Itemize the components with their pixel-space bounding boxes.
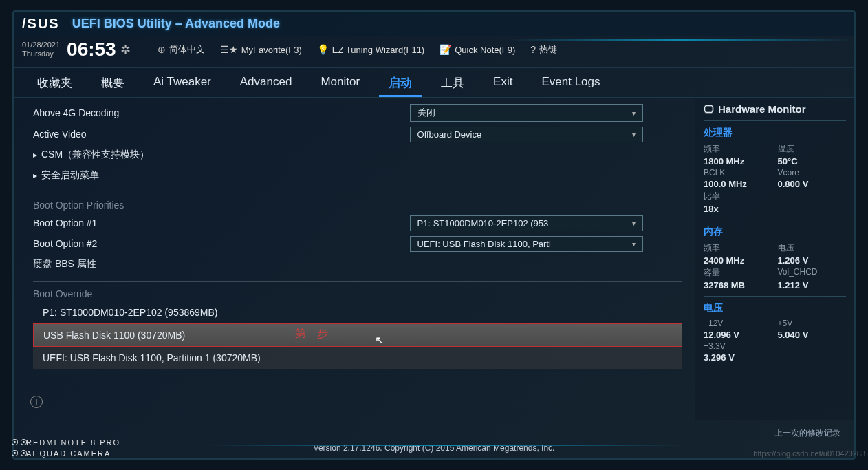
cpu-bclk: 100.0 MHz <box>704 179 772 189</box>
cpu-temp: 50°C <box>778 156 847 167</box>
info-icon[interactable]: i <box>30 396 43 408</box>
language-selector[interactable]: ⊕简体中文 <box>158 43 205 56</box>
mem-cap: 32768 MB <box>704 280 772 290</box>
boot-option-2-select[interactable]: UEFI: USB Flash Disk 1100, Parti▾ <box>410 236 644 252</box>
boot-option-1-select[interactable]: P1: ST1000DM010-2EP102 (953▾ <box>410 215 644 231</box>
submenu-csm[interactable]: CSM（兼容性支持模块） <box>33 145 682 165</box>
chevron-down-icon: ▾ <box>632 109 636 117</box>
volt-section: 电压 <box>704 302 846 314</box>
mem-volt: 1.206 V <box>778 255 847 266</box>
myfavorite-button[interactable]: ☰★MyFavorite(F3) <box>220 44 302 55</box>
hdd-bbs[interactable]: 硬盘 BBS 属性 <box>33 254 682 275</box>
cpu-freq: 1800 MHz <box>704 156 772 167</box>
boot-option-1[interactable]: Boot Option #1 P1: ST1000DM010-2EP102 (9… <box>33 213 682 233</box>
watermark: https://blog.csdn.net/u010420283 <box>753 449 865 458</box>
footer-version: Version 2.17.1246. Copyright (C) 2015 Am… <box>14 440 854 456</box>
tab-exit[interactable]: Exit <box>484 71 522 97</box>
setting-above-4g[interactable]: Above 4G Decoding 关闭▾ <box>33 102 682 124</box>
boot-option-2[interactable]: Boot Option #2 UEFI: USB Flash Disk 1100… <box>33 233 682 254</box>
camera-watermark: ⦿⦿⦿⦿ REDMI NOTE 8 PRO AI QUAD CAMERA <box>26 438 120 459</box>
above-4g-select[interactable]: 关闭▾ <box>410 104 644 122</box>
cpu-ratio: 18x <box>704 204 772 214</box>
star-icon: ☰★ <box>220 44 238 55</box>
tab-boot[interactable]: 启动 <box>379 71 422 97</box>
cpu-vcore: 0.800 V <box>778 179 847 189</box>
date-block: 01/28/2021 Thursday <box>22 41 60 58</box>
globe-icon: ⊕ <box>158 44 166 55</box>
tab-favorites[interactable]: 收藏夹 <box>28 71 82 97</box>
volt-3v3: 3.296 V <box>704 352 772 363</box>
question-icon: ? <box>530 44 536 55</box>
mem-section: 内存 <box>704 226 846 238</box>
annotation-text: 第二步 <box>295 327 328 341</box>
date: 01/28/2021 <box>22 41 60 50</box>
info-bar: 01/28/2021 Thursday 06:53 ✲ ⊕简体中文 ☰★MyFa… <box>14 36 854 68</box>
tab-bar: 收藏夹 概要 Ai Tweaker Advanced Monitor 启动 工具… <box>14 68 854 98</box>
chevron-down-icon: ▾ <box>632 131 636 138</box>
day: Thursday <box>22 50 60 58</box>
mem-volchcd: 1.212 V <box>778 280 847 290</box>
active-video-select[interactable]: Offboard Device▾ <box>410 127 644 142</box>
tab-tool[interactable]: 工具 <box>431 71 474 97</box>
gear-icon[interactable]: ✲ <box>120 42 131 57</box>
hardware-monitor-panel: 🖵Hardware Monitor 处理器 频率温度 1800 MHz50°C … <box>695 98 854 420</box>
tab-ai-tweaker[interactable]: Ai Tweaker <box>144 71 221 97</box>
hw-monitor-title: 🖵Hardware Monitor <box>704 102 846 120</box>
boot-override-item-2[interactable]: USB Flash Disk 1100 (30720MB) 第二步 <box>33 323 682 347</box>
volt-12v: 12.096 V <box>704 330 772 340</box>
tab-monitor[interactable]: Monitor <box>311 71 369 97</box>
cursor-icon: ↖ <box>375 334 384 347</box>
ez-tuning-button[interactable]: 💡EZ Tuning Wizard(F11) <box>317 44 424 55</box>
boot-override-item-3[interactable]: UEFI: USB Flash Disk 1100, Partition 1 (… <box>33 347 682 369</box>
quicknote-button[interactable]: 📝Quick Note(F9) <box>440 44 515 55</box>
cpu-section: 处理器 <box>704 127 846 139</box>
chevron-down-icon: ▾ <box>632 240 636 248</box>
main-panel: Above 4G Decoding 关闭▾ Active Video Offbo… <box>14 98 695 420</box>
note-icon: 📝 <box>440 44 451 55</box>
clock: 06:53 <box>67 39 116 61</box>
tab-event-logs[interactable]: Event Logs <box>532 71 609 97</box>
brand-bar: /SUS UEFI BIOS Utility – Advanced Mode <box>14 12 854 36</box>
tab-main[interactable]: 概要 <box>91 71 134 97</box>
monitor-icon: 🖵 <box>704 103 714 115</box>
mem-freq: 2400 MHz <box>704 255 772 266</box>
hotkey-button[interactable]: ?热键 <box>530 43 557 56</box>
bios-title: UEFI BIOS Utility – Advanced Mode <box>72 17 280 31</box>
tab-advanced[interactable]: Advanced <box>230 71 302 97</box>
section-boot-priorities: Boot Option Priorities <box>33 197 682 213</box>
last-modified-link[interactable]: 上一次的修改记录 <box>774 427 840 439</box>
boot-override-item-1[interactable]: P1: ST1000DM010-2EP102 (953869MB) <box>33 301 682 323</box>
bulb-icon: 💡 <box>317 44 329 55</box>
brand-logo: /SUS <box>22 16 60 32</box>
chevron-down-icon: ▾ <box>632 220 636 227</box>
section-boot-override: Boot Override <box>33 286 682 301</box>
setting-active-video[interactable]: Active Video Offboard Device▾ <box>33 124 682 145</box>
volt-5v: 5.040 V <box>778 330 847 340</box>
submenu-secure-boot[interactable]: 安全启动菜单 <box>33 165 682 186</box>
